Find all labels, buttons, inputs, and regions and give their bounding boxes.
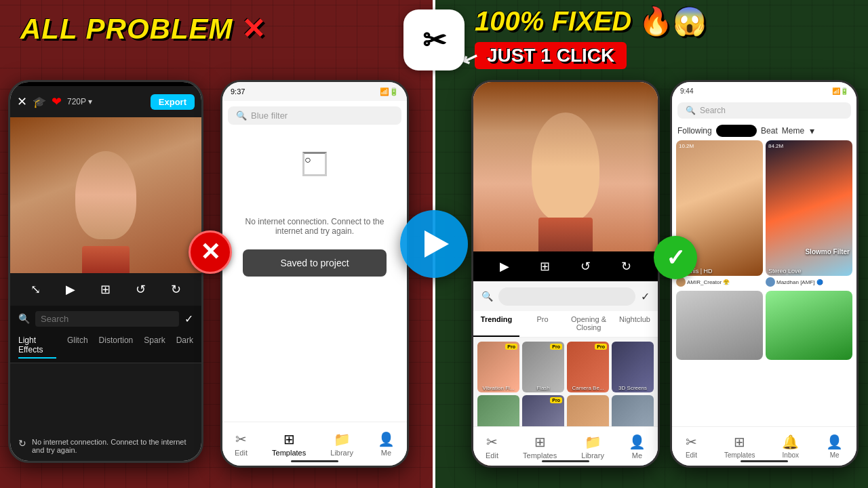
- nav-me[interactable]: 👤 Me: [378, 431, 395, 457]
- nav-templates[interactable]: ⊞ Templates: [724, 434, 755, 459]
- redo-icon[interactable]: ↻: [171, 282, 181, 297]
- search-icon: 🔍: [481, 291, 493, 302]
- tab-spark[interactable]: Spark: [144, 336, 165, 359]
- editor-header: ✕ 🎓 ❤ 720P ▾ Export: [10, 86, 201, 117]
- template-label: Flash: [522, 385, 564, 391]
- undo-ctrl[interactable]: ↺: [580, 259, 591, 274]
- preview-face: [75, 151, 136, 239]
- fire-emoji: 🔥😱: [639, 6, 707, 36]
- nav-me[interactable]: 👤 Me: [826, 434, 843, 459]
- tab-dark[interactable]: Dark: [176, 336, 193, 359]
- nav-edit-label: Edit: [486, 451, 498, 460]
- tab-light-effects[interactable]: Light Effects: [18, 336, 56, 359]
- search-placeholder: Search: [700, 106, 726, 115]
- search-icon: 🔍: [18, 313, 30, 324]
- status-bar: 9:44 📶🔋: [672, 82, 856, 100]
- feed-search-bar[interactable]: 🔍 Search: [677, 102, 851, 119]
- nav-templates-label: Templates: [523, 451, 557, 460]
- play-icon[interactable]: ▶: [66, 282, 75, 297]
- nav-edit[interactable]: ✂ Edit: [486, 434, 498, 460]
- filter-following[interactable]: Following: [677, 124, 712, 138]
- tab-glitch[interactable]: Glitch: [67, 336, 88, 359]
- export-button[interactable]: Export: [151, 94, 195, 110]
- nav-library-label: Library: [581, 451, 604, 460]
- discover-search-input[interactable]: [498, 287, 635, 306]
- nav-library[interactable]: 📁 Library: [330, 431, 353, 457]
- nav-edit[interactable]: ✂ Edit: [235, 431, 248, 457]
- phone-templates-error: 9:37 📶🔋 🔍 Blue filter ○ No internet conn…: [220, 80, 409, 468]
- confirm-icon[interactable]: ✓: [184, 312, 193, 325]
- headline-right: 100% FIXED 🔥😱 JUST 1 CLICK: [475, 5, 780, 69]
- time: 9:37: [231, 87, 245, 96]
- nav-edit[interactable]: ✂ Edit: [686, 434, 697, 459]
- play-triangle: [425, 230, 449, 258]
- nav-templates[interactable]: ⊞ Templates: [523, 434, 557, 460]
- template-camera-be[interactable]: Pro Camera Be...: [567, 342, 609, 392]
- phone-discover: ▶ ⊞ ↺ ↻ 🔍 ✓ Trending Pro Opening & Closi…: [471, 80, 660, 468]
- redo-ctrl[interactable]: ↻: [621, 259, 631, 274]
- slowmo-filter-label: Slowmo Filter: [805, 248, 850, 256]
- template-3d-screens[interactable]: 3D Screens: [612, 342, 654, 392]
- search-icon: 🔍: [236, 110, 247, 121]
- close-icon[interactable]: ✕: [17, 94, 27, 109]
- tab-pro[interactable]: Pro: [519, 311, 566, 337]
- nav-me[interactable]: 👤 Me: [629, 434, 646, 460]
- tab-nightclub[interactable]: Nightclub: [612, 311, 658, 337]
- nav-me-label: Me: [632, 451, 642, 460]
- play-ctrl[interactable]: ▶: [500, 259, 509, 274]
- compare-ctrl[interactable]: ⊞: [540, 259, 550, 274]
- compare-icon[interactable]: ⊞: [100, 282, 111, 297]
- resolution-label[interactable]: 720P ▾: [67, 97, 92, 106]
- filter-beat[interactable]: Beat: [761, 124, 778, 138]
- category-tabs: Trending Pro Opening & Closing Nightclub: [473, 311, 658, 338]
- filter-meme[interactable]: Meme: [782, 124, 804, 138]
- pro-badge: Pro: [595, 344, 607, 350]
- nav-edit-label: Edit: [686, 451, 697, 459]
- home-bar: [741, 460, 788, 462]
- creator-name-2: Mazdhan [AMF] 🔵: [776, 279, 823, 285]
- effects-search-bar: 🔍 ✓: [10, 306, 201, 331]
- headline-left: ALL PROBLEM ✕: [20, 12, 266, 45]
- lower-thumb-2: [766, 291, 852, 360]
- video-item-2[interactable]: 84.2M Slowmo Filter Stereo Love: [766, 140, 852, 276]
- more-icon[interactable]: ▾: [810, 125, 814, 136]
- error-badge: ✕: [189, 230, 232, 274]
- play-button[interactable]: [400, 210, 468, 278]
- nav-inbox[interactable]: 🔔 Inbox: [782, 434, 799, 459]
- template-flash[interactable]: Pro Flash: [522, 342, 564, 392]
- effects-tabs: Light Effects Glitch Distortion Spark Da…: [10, 331, 201, 363]
- filter-for-you[interactable]: For you: [716, 125, 757, 137]
- tab-trending[interactable]: Trending: [473, 311, 519, 337]
- status-icons: 📶🔋: [832, 87, 848, 95]
- lower-video-1[interactable]: [676, 291, 763, 360]
- library-icon: 📁: [585, 434, 601, 450]
- video-preview: [10, 117, 201, 273]
- nav-library[interactable]: 📁 Library: [581, 434, 604, 460]
- tab-opening-closing[interactable]: Opening & Closing: [566, 311, 612, 337]
- confirm-icon[interactable]: ✓: [641, 290, 650, 303]
- nav-templates-label: Templates: [724, 451, 755, 459]
- large-spinner: ○: [302, 152, 327, 176]
- undo-icon[interactable]: ↺: [136, 282, 146, 297]
- template-label: Vibration Fl...: [477, 385, 519, 391]
- templates-icon: ⊞: [283, 431, 295, 447]
- nav-templates[interactable]: ⊞ Templates: [272, 431, 306, 457]
- no-internet-box: No internet connection. Connect to the i…: [236, 217, 393, 236]
- video-face: [532, 113, 599, 221]
- saved-text: Saved to project: [280, 258, 349, 268]
- template-vibration[interactable]: Pro Vibration Fl...: [477, 342, 519, 392]
- view-count-1: 10.2M: [679, 143, 694, 149]
- fullscreen-icon[interactable]: ⤡: [31, 282, 41, 297]
- tab-distortion[interactable]: Distortion: [99, 336, 134, 359]
- creator-name-1: AMIR_Creator 😤: [687, 279, 730, 285]
- edit-icon: ✂: [486, 434, 498, 450]
- templates-icon: ⊞: [734, 434, 745, 450]
- nav-templates-label: Templates: [272, 449, 306, 457]
- creator-avatar-2: [766, 277, 775, 287]
- nav-library-label: Library: [330, 449, 353, 457]
- success-badge: ✓: [654, 236, 697, 279]
- template-search[interactable]: 🔍 Blue filter: [228, 106, 401, 125]
- search-input[interactable]: [35, 311, 179, 327]
- capcut-icon: ✂: [422, 24, 446, 57]
- lower-video-2[interactable]: [766, 291, 852, 360]
